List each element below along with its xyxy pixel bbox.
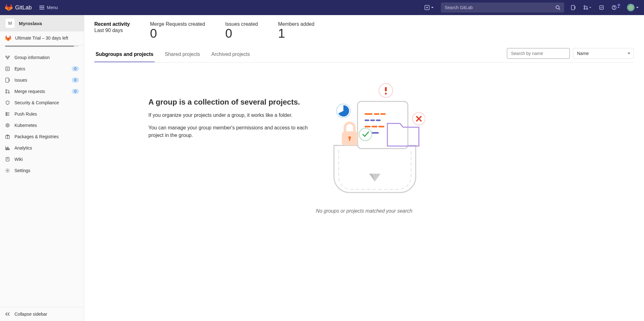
sidebar-item-settings[interactable]: Settings [0, 165, 84, 176]
sidebar-item-label: Settings [14, 168, 79, 173]
epics-icon [5, 66, 10, 71]
help-dropdown[interactable] [609, 3, 623, 13]
sidebar-item-group-information[interactable]: Group information [0, 52, 84, 63]
svg-rect-55 [349, 138, 350, 141]
sort-dropdown[interactable]: Name [573, 48, 634, 59]
notification-dot-icon [618, 4, 620, 6]
activity-row: Recent activity Last 90 days Merge Reque… [94, 21, 634, 40]
sidebar-item-kubernetes[interactable]: Kubernetes [0, 120, 84, 131]
issues-icon [5, 78, 10, 83]
tab-shared-projects[interactable]: Shared projects [164, 47, 201, 62]
menu-label: Menu [47, 5, 58, 10]
sidebar-item-label: Wiki [14, 157, 79, 162]
sidebar-item-label: Push Rules [14, 112, 79, 117]
sidebar-item-label: Issues [14, 78, 67, 83]
todos-shortcut-icon[interactable] [596, 3, 607, 13]
svg-rect-40 [6, 148, 7, 150]
search-box[interactable] [441, 3, 564, 13]
sidebar-item-issues[interactable]: Issues0 [0, 74, 84, 86]
stat-value: 1 [278, 27, 314, 40]
count-badge: 0 [72, 89, 79, 94]
sidebar-item-label: Kubernetes [14, 123, 79, 128]
sidebar-item-epics[interactable]: Epics0 [0, 63, 84, 74]
tabs-row: Subgroups and projectsShared projectsArc… [94, 47, 634, 63]
empty-paragraph-2: You can manage your group member's permi… [148, 124, 312, 139]
svg-line-19 [6, 57, 8, 58]
search-by-name-input[interactable] [507, 48, 570, 59]
svg-point-16 [6, 56, 7, 57]
svg-line-20 [8, 57, 9, 58]
new-dropdown[interactable] [421, 5, 437, 10]
search-input[interactable] [445, 5, 555, 10]
issues-shortcut-icon[interactable] [568, 3, 579, 13]
count-badge: 0 [72, 78, 79, 83]
packages-icon [5, 134, 10, 139]
svg-rect-2 [39, 9, 44, 9]
kubernetes-icon [5, 123, 10, 128]
sidebar-item-label: Epics [14, 66, 67, 71]
sidebar-item-label: Security & Compliance [14, 100, 79, 105]
user-avatar-icon [627, 4, 635, 11]
gitlab-logo[interactable]: GitLab [5, 4, 32, 11]
svg-point-6 [556, 6, 559, 9]
group-info-icon [5, 55, 10, 60]
search-icon [555, 5, 560, 10]
svg-point-26 [6, 90, 7, 91]
sidebar-item-push-rules[interactable]: Push Rules [0, 108, 84, 120]
tab-archived-projects[interactable]: Archived projects [210, 47, 251, 62]
settings-icon [5, 168, 10, 173]
empty-paragraph-1: If you organize your projects under a gr… [148, 112, 312, 119]
merge-requests-shortcut[interactable] [580, 3, 594, 13]
activity-subtitle: Last 90 days [94, 28, 130, 33]
stat-value: 0 [225, 27, 258, 40]
collapse-sidebar-button[interactable]: Collapse sidebar [0, 307, 84, 321]
svg-point-11 [584, 8, 585, 9]
svg-point-60 [359, 128, 372, 141]
sidebar-item-packages-registries[interactable]: Packages & Registries [0, 131, 84, 142]
sidebar-item-label: Analytics [14, 145, 79, 150]
gitlab-trial-icon [5, 35, 11, 41]
svg-line-7 [559, 8, 560, 10]
menu-button[interactable]: Menu [37, 5, 60, 10]
sidebar-item-merge-requests[interactable]: Merge requests0 [0, 86, 84, 97]
filter-controls: Name [507, 48, 634, 59]
stat-label: Merge Requests created [150, 21, 205, 27]
sidebar-nav: Group informationEpics0Issues0Merge requ… [0, 49, 84, 179]
activity-stat: Merge Requests created0 [150, 21, 205, 40]
sidebar-item-wiki[interactable]: Wiki [0, 154, 84, 165]
merge-requests-icon [5, 89, 10, 94]
sidebar-item-analytics[interactable]: Analytics [0, 142, 84, 154]
svg-point-15 [614, 9, 614, 9]
gitlab-logo-icon [5, 4, 13, 11]
svg-rect-47 [358, 101, 408, 149]
user-menu[interactable] [625, 4, 639, 11]
hamburger-icon [39, 5, 44, 10]
sidebar: M Myroslava Ultimate Trial – 30 days lef… [0, 15, 84, 321]
group-header[interactable]: M Myroslava [0, 15, 84, 31]
collapse-label: Collapse sidebar [14, 312, 47, 317]
trial-banner[interactable]: Ultimate Trial – 30 days left [0, 31, 84, 46]
svg-rect-58 [385, 87, 387, 91]
svg-point-12 [586, 8, 588, 9]
activity-stat: Issues created0 [225, 21, 258, 40]
main-content: Recent activity Last 90 days Merge Reque… [84, 15, 644, 321]
activity-title-block: Recent activity Last 90 days [94, 21, 130, 40]
brand-text: GitLab [15, 4, 32, 11]
count-badge: 0 [72, 66, 79, 71]
top-header: GitLab Menu [0, 0, 644, 15]
svg-rect-42 [9, 149, 9, 150]
svg-point-27 [6, 92, 7, 93]
sidebar-item-security-compliance[interactable]: Security & Compliance [0, 97, 84, 108]
tab-subgroups-and-projects[interactable]: Subgroups and projects [94, 47, 155, 62]
shield-icon [5, 100, 10, 105]
svg-point-31 [6, 112, 7, 113]
svg-point-36 [7, 125, 8, 126]
activity-title: Recent activity [94, 21, 130, 27]
svg-point-17 [8, 56, 9, 57]
trial-progress [5, 46, 79, 47]
svg-point-29 [6, 114, 7, 115]
wiki-icon [5, 157, 10, 162]
tabs: Subgroups and projectsShared projectsArc… [94, 47, 507, 62]
svg-marker-35 [6, 123, 9, 127]
collapse-icon [5, 312, 10, 317]
